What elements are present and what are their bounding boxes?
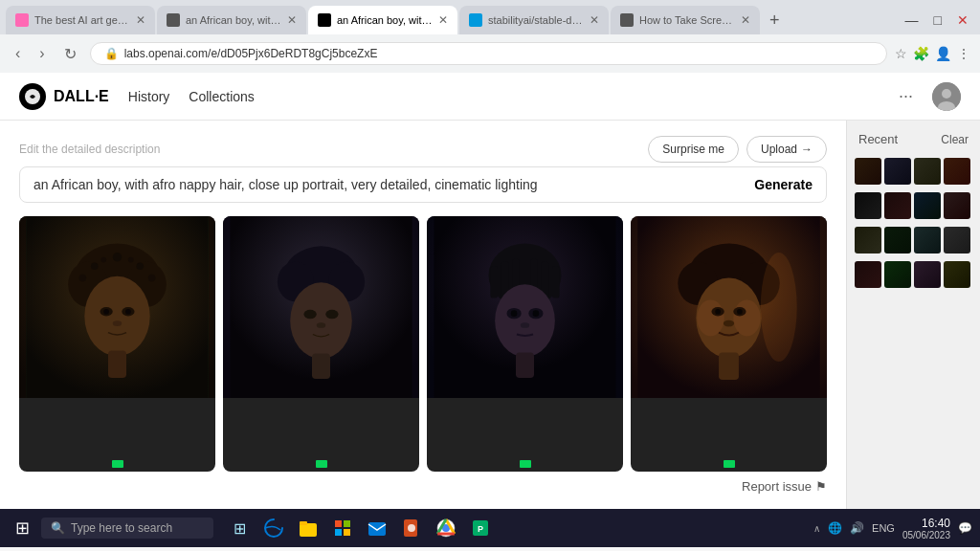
profile-button[interactable]: 👤	[935, 46, 951, 61]
thumbnail-2a[interactable]	[855, 192, 881, 219]
taskbar-app-store[interactable]	[328, 514, 357, 542]
taskbar-app-explorer[interactable]	[294, 514, 323, 542]
svg-text:P: P	[478, 524, 483, 534]
thumbnail-2b[interactable]	[884, 192, 911, 219]
thumbnail-3d[interactable]	[944, 227, 970, 253]
tab-favicon-1	[15, 13, 29, 27]
taskbar-apps: ⊞	[225, 514, 495, 542]
tab-close-2[interactable]: ✕	[287, 13, 297, 27]
taskbar-app-edge[interactable]	[259, 514, 288, 542]
upload-button[interactable]: Upload →	[746, 136, 827, 163]
keyboard-language[interactable]: ENG	[872, 522, 895, 534]
svg-point-16	[91, 262, 99, 270]
volume-icon[interactable]: 🔊	[850, 521, 864, 535]
svg-point-21	[79, 275, 87, 282]
prompt-input[interactable]	[33, 177, 754, 192]
thumbnail-4d[interactable]	[944, 261, 970, 288]
svg-rect-67	[344, 520, 350, 527]
image-1-preview	[19, 216, 215, 398]
history-link[interactable]: History	[128, 89, 170, 104]
thumbnail-3a[interactable]	[855, 227, 881, 253]
address-bar[interactable]: 🔒 labs.openai.com/e/dD05Pjx6DeRDT8gCj5bc…	[90, 42, 887, 65]
app-logo-text: DALL·E	[54, 88, 109, 105]
network-icon[interactable]: 🌐	[828, 521, 842, 535]
clock-time: 16:40	[922, 517, 950, 530]
browser-menu-button[interactable]: ⋮	[957, 46, 970, 61]
browser-tab-4[interactable]: stabilityai/stable-diffusion-... ✕	[459, 6, 609, 34]
tab-close-1[interactable]: ✕	[136, 13, 145, 27]
svg-point-60	[737, 309, 743, 315]
taskbar-app-taskview[interactable]: ⊞	[225, 514, 254, 542]
image-2-badge	[316, 460, 327, 468]
thumbnail-2d[interactable]	[944, 192, 970, 219]
svg-point-59	[715, 309, 721, 315]
app-nav: DALL·E History Collections ···	[0, 73, 980, 121]
thumbnail-3c[interactable]	[914, 227, 941, 253]
thumbnail-4c[interactable]	[914, 261, 941, 288]
svg-rect-70	[368, 522, 386, 536]
generated-image-1[interactable]	[19, 216, 215, 472]
thumbnail-1b[interactable]	[884, 158, 911, 185]
generated-image-2[interactable]	[223, 216, 419, 472]
app-main-container: Edit the detailed description Surprise m…	[0, 121, 980, 509]
taskbar-app-mail[interactable]	[363, 514, 391, 542]
thumbnail-4a[interactable]	[855, 261, 881, 288]
browser-tab-3[interactable]: an African boy, with afro na... ✕	[308, 6, 457, 34]
taskbar-app-powerpoint[interactable]	[397, 514, 426, 542]
taskbar-app-chrome[interactable]	[432, 514, 460, 542]
browser-tab-1[interactable]: The best AI art generators o... ✕	[6, 6, 155, 34]
taskbar-app-custom[interactable]: P	[466, 514, 495, 542]
generate-button[interactable]: Generate	[754, 177, 813, 192]
collections-link[interactable]: Collections	[189, 89, 254, 104]
thumbnail-1c[interactable]	[914, 158, 941, 185]
thumbnail-1a[interactable]	[855, 158, 881, 185]
browser-tab-2[interactable]: an African boy, with afro na... ✕	[157, 6, 306, 34]
svg-point-47	[521, 322, 530, 328]
svg-point-12	[103, 309, 109, 315]
tab-close-5[interactable]: ✕	[741, 13, 750, 27]
taskbar-search-bar[interactable]: 🔍 Type here to search	[41, 518, 213, 539]
windows-start-button[interactable]: ⊞	[8, 514, 37, 542]
svg-point-29	[303, 310, 316, 320]
back-button[interactable]: ‹	[10, 43, 26, 64]
prompt-input-wrapper[interactable]: Generate	[19, 166, 827, 203]
tab-label-5: How to Take Screenshots on ...	[639, 14, 735, 26]
thumbnail-1d[interactable]	[944, 158, 970, 185]
notifications-icon[interactable]: 💬	[958, 521, 972, 535]
tab-close-3[interactable]: ✕	[438, 13, 448, 27]
clear-history-button[interactable]: Clear	[941, 133, 969, 146]
tab-close-4[interactable]: ✕	[590, 13, 599, 27]
bookmark-button[interactable]: ☆	[895, 46, 907, 61]
prompt-action-buttons: Surprise me Upload →	[648, 136, 827, 163]
thumbnail-3b[interactable]	[884, 227, 911, 253]
report-issue-label: Report issue	[742, 479, 812, 494]
report-issue-link[interactable]: Report issue ⚑	[742, 479, 827, 494]
forward-button[interactable]: ›	[33, 43, 50, 64]
image-1-badge	[112, 460, 123, 468]
browser-tab-5[interactable]: How to Take Screenshots on ... ✕	[611, 6, 760, 34]
user-avatar[interactable]	[932, 82, 961, 111]
close-button[interactable]: ✕	[951, 11, 974, 30]
nav-menu-button[interactable]: ···	[899, 86, 913, 106]
thumbnail-4b[interactable]	[884, 261, 911, 288]
maximize-button[interactable]: □	[928, 11, 947, 30]
reload-button[interactable]: ↻	[58, 43, 82, 65]
lock-icon: 🔒	[104, 47, 119, 60]
image-3-preview	[427, 216, 623, 398]
new-tab-button[interactable]: +	[762, 11, 788, 31]
svg-point-13	[125, 309, 131, 315]
tray-up-arrow[interactable]: ∧	[813, 523, 820, 534]
surprise-me-button[interactable]: Surprise me	[648, 136, 739, 163]
address-bar-actions: ☆ 🧩 👤 ⋮	[895, 46, 970, 61]
svg-point-19	[128, 257, 134, 263]
minimize-button[interactable]: —	[900, 11, 924, 30]
thumbnail-2c[interactable]	[914, 192, 941, 219]
taskbar-clock[interactable]: 16:40 05/06/2023	[902, 517, 950, 540]
address-bar-row: ‹ › ↻ 🔒 labs.openai.com/e/dD05Pjx6DeRDT8…	[0, 34, 980, 73]
browser-chrome: The best AI art generators o... ✕ an Afr…	[0, 0, 980, 73]
generated-image-4[interactable]	[631, 216, 827, 472]
generated-image-3[interactable]	[427, 216, 623, 472]
generated-images-grid	[19, 216, 827, 472]
extensions-button[interactable]: 🧩	[913, 46, 929, 61]
bottom-area: Report issue ⚑	[19, 472, 827, 494]
